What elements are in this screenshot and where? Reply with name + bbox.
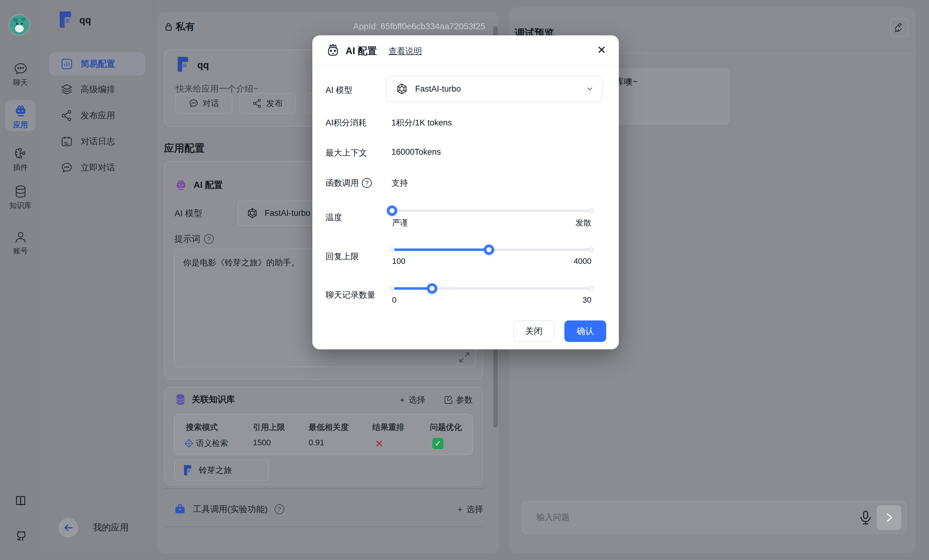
edit-icon <box>444 395 454 405</box>
help-icon[interactable]: ? <box>274 504 284 514</box>
info-row-label: 最大上下文 <box>326 147 367 158</box>
slider-max-label: 发散 <box>392 217 592 228</box>
slider-handle[interactable] <box>484 245 494 255</box>
avatar-creature-icon <box>9 15 29 35</box>
back-circle <box>58 518 78 537</box>
knowledge-base-card: 关联知识库 ＋ 选择 参数 搜索模式 引用上限 最低相关度 结果重排 问题优化 … <box>164 387 483 485</box>
slider-endpoint <box>589 286 594 291</box>
rail-item-knowledge[interactable]: 知识库 <box>0 185 41 210</box>
robot-icon <box>14 104 28 118</box>
rail-item-github[interactable] <box>0 528 41 544</box>
slider-handle[interactable] <box>387 205 397 216</box>
user-avatar[interactable] <box>9 14 30 36</box>
openai-icon <box>396 83 408 95</box>
clear-chat-button[interactable] <box>890 18 908 37</box>
calendar-log-icon <box>60 135 73 148</box>
ai-config-header: AI 配置 <box>175 179 223 191</box>
rail-item-account[interactable]: 账号 <box>0 230 41 256</box>
toolbox-icon <box>174 503 186 516</box>
kb-col-header: 结果重排 <box>373 422 404 433</box>
help-icon[interactable]: ? <box>362 178 372 188</box>
info-row-label: AI积分消耗 <box>326 117 367 128</box>
database-icon <box>14 185 28 199</box>
modal-model-select[interactable]: FastAI-turbo <box>386 76 602 102</box>
slider-max-label: 30 <box>392 295 592 305</box>
slider-endpoint <box>589 247 594 252</box>
modal-model-value: FastAI-turbo <box>415 84 461 94</box>
database-icon <box>175 394 186 405</box>
app-logo <box>173 55 191 73</box>
sidebar-item-publish[interactable]: 发布应用 <box>49 104 145 127</box>
slider-label: 聊天记录数量 <box>326 289 376 300</box>
slider-fill <box>392 248 489 251</box>
kb-search-mode: 语义检索 <box>184 438 228 449</box>
rail-item-label: 聊天 <box>0 78 41 87</box>
kb-select-button[interactable]: ＋ 选择 <box>398 394 425 405</box>
sidebar-item-advanced-flow[interactable]: 高级编排 <box>49 78 145 101</box>
openai-icon <box>247 208 258 219</box>
tools-select-label: 选择 <box>466 504 483 515</box>
kb-col-header: 搜索模式 <box>186 422 218 433</box>
sidebar-item-chat-logs[interactable]: 对话日志 <box>49 130 145 153</box>
check-icon: ✓ <box>432 438 443 449</box>
slider-endpoint <box>589 208 594 213</box>
slider-endpoint <box>389 286 394 291</box>
rail-item-docs[interactable] <box>0 494 41 510</box>
visibility-label: 私有 <box>176 20 195 33</box>
chat-input[interactable] <box>537 502 829 533</box>
kb-params-button[interactable]: 参数 <box>444 394 473 405</box>
help-icon[interactable]: ? <box>204 234 214 244</box>
chat-bubble-icon <box>14 61 28 76</box>
kb-search-mode-label: 语义检索 <box>196 438 228 449</box>
max-reply-slider[interactable] <box>392 248 592 251</box>
temperature-slider[interactable] <box>392 210 592 212</box>
slider-handle[interactable] <box>427 283 437 294</box>
chat-button[interactable]: 对话 <box>175 93 232 114</box>
tools-select-button[interactable]: ＋ 选择 <box>456 504 483 515</box>
info-row-label-text: 函数调用 <box>326 177 359 188</box>
close-button[interactable]: 关闭 <box>513 320 555 342</box>
sidebar-item-simple-config[interactable]: 简易配置 <box>49 52 145 76</box>
chat-history-slider[interactable] <box>392 287 592 290</box>
kb-header: 关联知识库 <box>175 394 235 405</box>
close-icon[interactable]: ✕ <box>593 42 610 58</box>
send-button[interactable] <box>877 505 901 530</box>
kb-settings-table: 搜索模式 引用上限 最低相关度 结果重排 问题优化 语义检索 1500 0.91… <box>174 414 473 455</box>
prompt-label-text: 提示词 <box>175 233 200 245</box>
divider <box>164 488 483 489</box>
info-row-value: 1积分/1K tokens <box>391 117 452 128</box>
rail-item-chat[interactable]: 聊天 <box>0 61 41 87</box>
cross-icon: ✕ <box>375 438 383 450</box>
app-logo <box>55 10 75 29</box>
back-label: 我的应用 <box>93 522 129 534</box>
github-icon <box>14 528 28 542</box>
kb-dataset-tag[interactable]: 铃芽之旅 <box>174 459 269 481</box>
model-label: AI 模型 <box>175 208 202 219</box>
back-to-my-apps[interactable]: 我的应用 <box>58 518 129 537</box>
microphone-icon[interactable] <box>858 510 874 526</box>
kb-min-relevance: 0.91 <box>309 438 324 447</box>
publish-button[interactable]: 发布 <box>239 93 296 114</box>
confirm-button[interactable]: 确认 <box>564 320 606 342</box>
rail-item-apps[interactable]: 应用 <box>0 104 41 130</box>
info-row-label: 函数调用 ? <box>326 177 372 188</box>
divider <box>312 65 619 66</box>
expand-icon[interactable] <box>458 350 471 364</box>
app-sidebar: qq 简易配置 高级编排 发布应用 对话日志 立即对话 <box>41 0 154 553</box>
kb-query-opt-on: ✓ <box>432 438 443 449</box>
rail-item-label: 知识库 <box>0 200 41 210</box>
send-icon <box>883 511 895 524</box>
slider-max-label: 4000 <box>392 257 592 266</box>
chevron-down-icon <box>586 85 594 93</box>
share-icon <box>60 109 73 122</box>
sidebar-item-label: 简易配置 <box>81 58 115 70</box>
slider-label: 回复上限 <box>326 251 359 262</box>
plus-icon: ＋ <box>398 394 406 405</box>
chat-button-label: 对话 <box>202 98 219 109</box>
arrow-left-icon <box>63 522 74 533</box>
rail-item-plugins[interactable]: 插件 <box>0 146 41 172</box>
kb-col-header: 最低相关度 <box>309 422 349 433</box>
doc-link[interactable]: 查看说明 <box>389 46 422 57</box>
sidebar-item-chat-now[interactable]: 立即对话 <box>49 156 145 179</box>
book-icon <box>14 494 28 508</box>
